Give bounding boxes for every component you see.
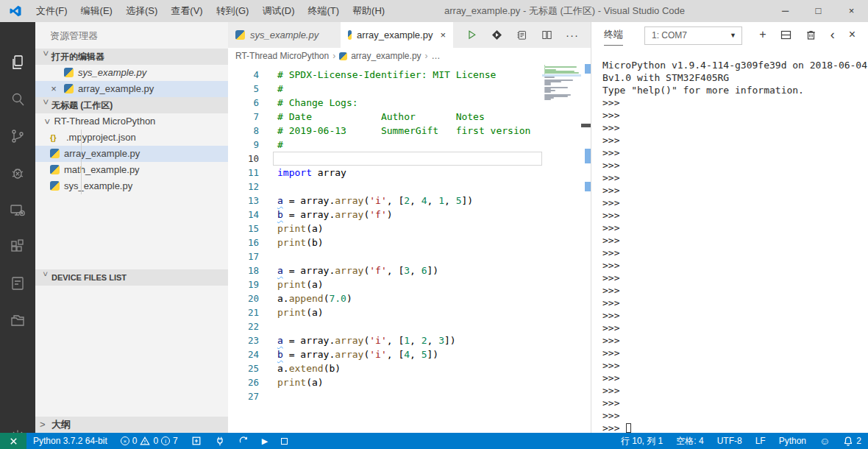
search-icon[interactable] [0,85,35,114]
problems-status[interactable]: × 0 0 i 7 [114,433,185,449]
tree-item-sys-example-py[interactable]: sys_example.py [35,178,228,194]
code-line-8[interactable]: 8# 2019-06-13 SummerGift first version [228,124,542,138]
tree-item-math-example-py[interactable]: math_example.py [35,162,228,178]
line-number: 25 [228,361,263,375]
cursor-position-status[interactable]: 行 10, 列 1 [614,433,669,449]
code-line-4[interactable]: 4# SPDX-License-Identifier: MIT License [228,68,542,82]
code-line-23[interactable]: 23a = array.array('i', [1, 2, 3]) [228,333,542,347]
outline-header[interactable]: >大纲 [35,417,228,433]
run-button[interactable]: ▶ [255,433,274,449]
code-line-24[interactable]: 24b = array.array('i', [4, 5]) [228,347,542,361]
remote-indicator[interactable] [0,433,26,449]
code-line-15[interactable]: 15print(a) [228,222,542,236]
python-interpreter-status[interactable]: Python 3.7.2 64-bit [26,433,114,449]
menu-item[interactable]: 调试(D) [255,5,301,16]
sync-button[interactable] [232,433,255,449]
menu-item[interactable]: 查看(V) [164,5,209,16]
terminal-select[interactable]: 1: COM7 ▼ [644,26,742,45]
code-line-11[interactable]: 11import array [228,166,542,180]
open-editors-header[interactable]: >打开的编辑器 [35,49,228,65]
code-line-16[interactable]: 16print(b) [228,236,542,250]
code-line-12[interactable]: 12 [228,180,542,194]
chevron-down-icon: > [38,99,54,111]
tree-item-array-example-py[interactable]: array_example.py [35,146,228,162]
more-actions-icon[interactable]: ··· [566,29,579,41]
source-control-icon[interactable] [0,121,35,151]
code-line-22[interactable]: 22 [228,319,542,333]
debug-icon[interactable] [0,158,35,188]
minimap[interactable] [542,64,581,433]
split-editor-icon[interactable] [541,29,553,41]
eol-status[interactable]: LF [749,433,772,449]
tree-item--mpyproject-json[interactable]: {}.mpyproject.json [35,130,228,146]
code-line-26[interactable]: 26print(a) [228,375,542,389]
close-panel-icon[interactable]: × [849,29,855,40]
code-line-18[interactable]: 18a = array.array('f', [3, 6]) [228,264,542,277]
tab-close-icon[interactable]: × [440,29,446,40]
terminal-input-line[interactable]: >>> [602,422,868,433]
stop-button[interactable] [274,433,294,449]
notifications-bell[interactable]: 2 [836,433,868,449]
memory-chip-icon[interactable] [516,29,528,41]
code-line-20[interactable]: 20a.append(7.0) [228,291,542,305]
split-terminal-icon[interactable] [780,29,791,40]
python-file-icon [50,149,60,158]
connect-device-button[interactable] [208,433,232,449]
kill-terminal-icon[interactable] [805,29,817,40]
menu-item[interactable]: 终端(T) [301,5,346,16]
code-line-21[interactable]: 21print(a) [228,305,542,319]
download-to-device-icon[interactable] [491,29,503,41]
feedback-smiley-icon[interactable]: ☺ [813,433,836,449]
menu-item[interactable]: 转到(G) [210,5,256,16]
file-label: sys_example.py [78,67,146,78]
folders-icon[interactable] [0,305,35,335]
run-file-icon[interactable] [466,29,478,41]
close-editor-icon[interactable]: × [47,81,60,97]
tab-sys-example[interactable]: sys_example.py [228,22,341,48]
device-files-header[interactable]: >DEVICE FILES LIST [35,269,228,286]
encoding-status[interactable]: UTF-8 [711,433,749,449]
close-button[interactable]: × [835,0,868,22]
code-line-13[interactable]: 13a = array.array('i', [2, 4, 1, 5]) [228,194,542,208]
code-line-5[interactable]: 5# [228,82,542,96]
menu-item[interactable]: 文件(F) [29,5,74,16]
explorer-icon[interactable] [0,48,35,77]
python-file-icon [50,181,60,191]
new-terminal-icon[interactable]: + [759,29,766,40]
file-label: math_example.py [64,164,140,175]
code-line-9[interactable]: 9# [228,138,542,152]
open-editor-item[interactable]: sys_example.py [35,65,228,81]
overview-ruler [581,64,591,433]
terminal-prompt: >>> [602,159,868,172]
tab-array-example[interactable]: array_example.py × [341,22,453,48]
indent-status[interactable]: 空格: 4 [669,433,710,449]
menu-item[interactable]: 编辑(E) [74,5,119,16]
menu-item[interactable]: 选择(S) [119,5,164,16]
code-line-6[interactable]: 6# Change Logs: [228,96,542,110]
code-line-19[interactable]: 19print(a) [228,277,542,291]
remote-device-icon[interactable] [0,195,35,224]
code-editor[interactable]: 3#4# SPDX-License-Identifier: MIT Licens… [228,64,591,433]
language-status[interactable]: Python [772,433,813,449]
workspace-header[interactable]: >无标题 (工作区) [35,97,228,113]
tree-item-rt-thread-micropython[interactable]: >RT-Thread MicroPython [35,113,228,130]
collapse-panel-icon[interactable]: ‹ [830,29,835,40]
new-project-button[interactable] [185,433,208,449]
maximize-button[interactable]: □ [802,0,835,22]
code-line-14[interactable]: 14b = array.array('f') [228,208,542,222]
terminal-output[interactable]: MicroPython v1.9.4-114-g309fe39d on 2018… [591,53,868,433]
extensions-icon[interactable] [0,232,35,261]
minimize-button[interactable]: ─ [769,0,802,22]
code-line-27[interactable]: 27 [228,389,542,403]
open-editor-item[interactable]: ×array_example.py [35,81,228,97]
code-line-10[interactable]: 10 [228,152,542,166]
code-line-17[interactable]: 17 [228,250,542,264]
code-line-7[interactable]: 7# Date Author Notes [228,110,542,124]
terminal-prompt: >>> [602,284,868,297]
breadcrumb[interactable]: RT-Thread MicroPython › array_example.py… [228,48,591,64]
terminal-tab[interactable]: 终端 [604,28,623,46]
terminal-prompt: >>> [602,96,868,109]
notebook-icon[interactable] [0,269,35,298]
menu-item[interactable]: 帮助(H) [346,5,391,16]
code-line-25[interactable]: 25a.extend(b) [228,361,542,375]
